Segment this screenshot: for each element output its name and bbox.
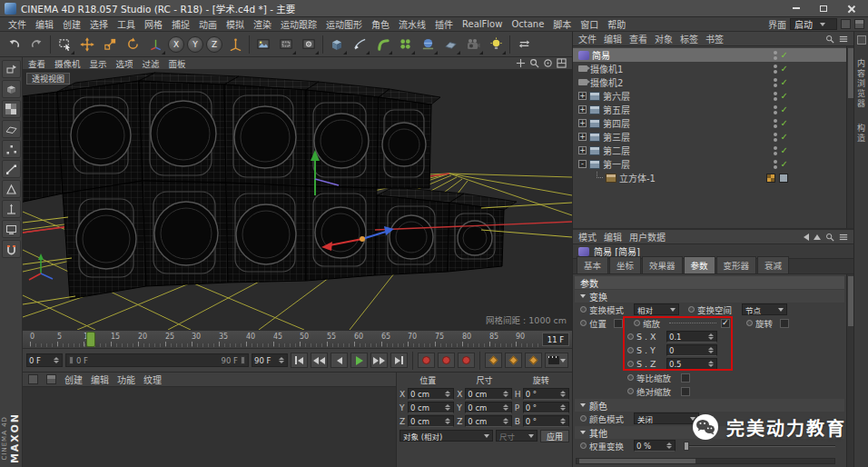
coordinate-system-button[interactable]: [224, 33, 246, 55]
menubar-item[interactable]: 动画: [194, 17, 222, 31]
object-row[interactable]: 第五层: [573, 103, 846, 116]
object-row[interactable]: 摄像机2: [573, 75, 846, 89]
tab-coordinates[interactable]: 坐标: [609, 256, 641, 273]
apply-button[interactable]: 应用: [540, 430, 569, 442]
size-y-field[interactable]: 0 cm: [465, 402, 511, 413]
material-menu-item[interactable]: 功能: [117, 373, 135, 386]
position-checkbox[interactable]: [614, 319, 623, 328]
range-start-handle[interactable]: [69, 356, 74, 364]
enabled-check-icon[interactable]: [781, 92, 788, 101]
anim-dot-icon[interactable]: [627, 347, 634, 353]
redo-button[interactable]: [25, 33, 47, 55]
dock-panel-icon[interactable]: [857, 35, 866, 45]
object-row[interactable]: 第四层: [573, 116, 846, 130]
anim-dot-icon[interactable]: [627, 361, 634, 367]
position-z-field[interactable]: 0 cm: [408, 415, 454, 427]
move-tool-button[interactable]: [76, 33, 98, 55]
range-end-handle[interactable]: [241, 356, 245, 364]
tab-effector[interactable]: 效果器: [642, 256, 683, 273]
menubar-item[interactable]: 窗口: [576, 17, 603, 31]
visibility-dots-icon[interactable]: [774, 105, 777, 109]
viewport-menu-item[interactable]: 显示: [90, 57, 107, 70]
visibility-dots-icon[interactable]: [774, 92, 777, 95]
expand-icon[interactable]: [578, 119, 587, 127]
enabled-check-icon[interactable]: [781, 160, 788, 169]
slider-knob[interactable]: [684, 442, 689, 451]
visibility-dots-icon[interactable]: [774, 160, 777, 164]
next-key-button[interactable]: [370, 353, 388, 368]
object-row[interactable]: 简易: [573, 48, 846, 62]
enabled-check-icon[interactable]: [781, 133, 788, 142]
anim-dot-icon[interactable]: [580, 415, 587, 422]
group-transform[interactable]: 变换: [575, 290, 844, 303]
material-menu-item[interactable]: 编辑: [91, 373, 109, 386]
menubar-item[interactable]: 捕捉: [167, 17, 194, 31]
menubar-item[interactable]: 流水线: [394, 17, 430, 31]
enable-axis-button[interactable]: [2, 200, 21, 218]
enabled-check-icon[interactable]: [781, 65, 788, 74]
goto-end-button[interactable]: [390, 353, 408, 368]
object-menu-item[interactable]: 书签: [705, 32, 724, 45]
record-button[interactable]: [418, 353, 435, 368]
menubar-item[interactable]: 角色: [367, 17, 394, 31]
visibility-dots-icon[interactable]: [774, 78, 777, 82]
workplane-mode-button[interactable]: [2, 120, 21, 138]
render-view-button[interactable]: [252, 33, 274, 55]
panel-menu-icon[interactable]: [46, 374, 56, 384]
menubar-item[interactable]: 运动图形: [321, 17, 367, 31]
view-label[interactable]: 透视视图: [26, 73, 70, 84]
menubar-item[interactable]: 插件: [430, 17, 458, 31]
anim-dot-icon[interactable]: [627, 374, 634, 381]
expand-icon[interactable]: [578, 105, 587, 114]
expand-icon[interactable]: [578, 133, 587, 141]
anim-dot-icon[interactable]: [580, 306, 587, 313]
menubar-item[interactable]: 选择: [85, 17, 113, 31]
enabled-check-icon[interactable]: [781, 105, 788, 114]
history-back-icon[interactable]: [804, 234, 809, 241]
viewport-3d[interactable]: 透视视图 网格间距 : 1000 cm: [23, 70, 572, 330]
attribute-menu-item[interactable]: 模式: [578, 230, 597, 243]
visibility-dots-icon[interactable]: [774, 146, 777, 150]
layout-select[interactable]: 启动: [790, 18, 837, 30]
viewport-solo-button[interactable]: [2, 220, 21, 238]
material-menu-item[interactable]: 纹理: [143, 373, 162, 386]
menubar-item[interactable]: 模拟: [222, 17, 249, 31]
stepper-icon[interactable]: [53, 355, 60, 366]
anim-dot-icon[interactable]: [746, 320, 753, 326]
viewport-menu-item[interactable]: 面板: [169, 57, 186, 70]
object-row[interactable]: 立方体-1: [573, 171, 846, 184]
group-other[interactable]: 其他: [575, 426, 844, 439]
object-row[interactable]: 第三层: [573, 130, 846, 144]
lock-z-button[interactable]: Z: [206, 36, 222, 53]
expand-icon[interactable]: [578, 92, 587, 100]
frame-start-field[interactable]: 0 F: [26, 353, 63, 367]
panel-menu-icon[interactable]: [28, 374, 38, 384]
timeline-ruler[interactable]: 0 5 10 15 20 25 30 35 40 45 50 55 60 65: [23, 330, 572, 348]
record-rotation-button[interactable]: [525, 353, 542, 368]
viewport-menu-item[interactable]: 选项: [116, 57, 133, 70]
live-selection-button[interactable]: [54, 33, 75, 55]
viewport-menu-item[interactable]: 查看: [28, 57, 45, 70]
rotation-b-field[interactable]: 0 °: [523, 415, 569, 427]
object-row[interactable]: 摄像机1: [573, 62, 846, 75]
make-editable-button[interactable]: [2, 60, 21, 78]
visibility-dots-icon[interactable]: [774, 119, 777, 123]
anim-dot-icon[interactable]: [688, 306, 695, 313]
tab-falloff[interactable]: 衰减: [757, 256, 789, 273]
scale-x-field[interactable]: 0.1: [666, 331, 717, 343]
object-row[interactable]: 第一层: [573, 157, 846, 171]
rotate-view-icon[interactable]: [543, 58, 553, 68]
material-list-area[interactable]: [23, 387, 396, 467]
up-icon[interactable]: [814, 234, 821, 240]
transform-mode-select[interactable]: 相对: [634, 303, 679, 315]
coords-mode-select[interactable]: 对象 (相对): [399, 430, 493, 442]
lock-x-button[interactable]: X: [168, 36, 184, 53]
record-scale-button[interactable]: [505, 353, 522, 368]
tab-basic[interactable]: 基本: [577, 256, 608, 273]
menu-icon[interactable]: [839, 233, 848, 242]
swap-views-button[interactable]: [513, 33, 535, 55]
minimize-button[interactable]: [784, 2, 809, 15]
rotation-checkbox[interactable]: [780, 319, 789, 328]
add-deformer-button[interactable]: [371, 33, 393, 55]
visibility-dots-icon[interactable]: [774, 65, 777, 68]
